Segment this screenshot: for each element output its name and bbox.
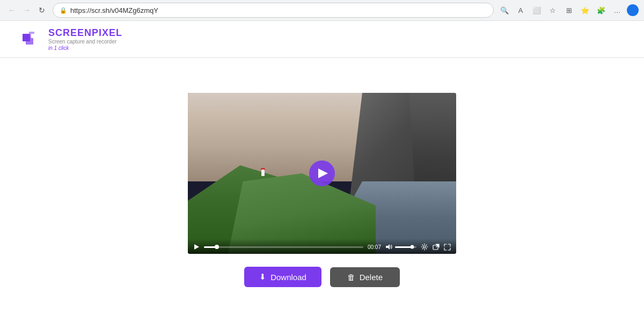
reader-button[interactable]: A [514,4,527,17]
popout-button[interactable] [433,244,440,251]
logo-name: SCREENPIXEL [48,27,122,39]
download-icon: ⬇ [259,272,266,282]
address-bar[interactable]: 🔒 https://scr.sh/v04MZg6zmqY [53,3,494,18]
action-buttons: ⬇ Download 🗑 Delete [244,267,400,287]
site-header: SCREENPIXEL Screen capture and recorder … [0,21,644,58]
delete-label: Delete [360,273,383,282]
download-label: Download [270,273,306,282]
volume-button[interactable] [385,244,393,250]
video-section: 00:07 [177,58,467,322]
logo-tagline: Screen capture and recorder [48,39,122,45]
page-content: SCREENPIXEL Screen capture and recorder … [0,21,644,322]
svg-marker-4 [194,244,199,250]
delete-button[interactable]: 🗑 Delete [330,267,400,287]
volume-control [385,244,416,250]
refresh-button[interactable]: ↻ [35,4,48,17]
back-button[interactable]: ← [5,4,18,17]
browser-chrome: ← → ↻ 🔒 https://scr.sh/v04MZg6zmqY 🔍 A ⬜… [0,0,644,21]
video-controls: 00:07 [188,239,456,254]
settings-button[interactable] [421,243,428,251]
svg-marker-5 [386,244,390,250]
favorites-button[interactable]: ☆ [546,4,559,17]
progress-dot [215,245,219,249]
more-button[interactable]: … [611,4,624,17]
collections-button[interactable]: ⭐ [579,4,591,17]
svg-rect-3 [31,34,35,38]
logo: SCREENPIXEL Screen capture and recorder … [21,27,122,51]
volume-bar[interactable] [395,246,416,248]
delete-icon: 🗑 [347,273,355,282]
lock-icon: 🔒 [60,7,67,14]
extensions-button[interactable]: 🧩 [595,4,608,17]
search-button[interactable]: 🔍 [498,4,511,17]
svg-rect-1 [26,37,33,45]
download-button[interactable]: ⬇ Download [244,267,321,287]
profile-button[interactable] [627,4,639,16]
logo-click: in 1 click [48,45,122,51]
video-player[interactable]: 00:07 [188,93,456,254]
forward-button[interactable]: → [20,4,33,17]
url-text: https://scr.sh/v04MZg6zmqY [70,6,487,14]
time-display: 00:07 [368,244,381,250]
volume-dot [411,245,414,249]
browser-actions: 🔍 A ⬜ ☆ ⊞ ⭐ 🧩 … [498,4,639,17]
svg-point-6 [423,246,426,248]
lighthouse [260,168,266,177]
volume-fill [395,246,412,248]
fullscreen-button[interactable] [444,244,451,251]
play-pause-button[interactable] [193,244,200,250]
browser-toolbar: ← → ↻ 🔒 https://scr.sh/v04MZg6zmqY 🔍 A ⬜… [0,0,644,20]
logo-text: SCREENPIXEL Screen capture and recorder … [48,27,122,51]
progress-bar[interactable] [204,246,363,248]
play-button[interactable] [309,160,335,186]
cast-button[interactable]: ⬜ [530,4,543,17]
nav-buttons: ← → ↻ [5,4,48,17]
play-icon [318,169,328,178]
sidebar-button[interactable]: ⊞ [562,4,575,17]
logo-icon [21,31,43,48]
